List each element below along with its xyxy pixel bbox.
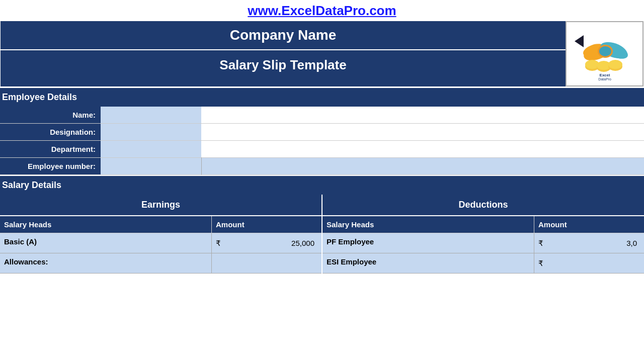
earnings-row-2: Allowances: (0, 253, 321, 274)
deductions-head-1: PF Employee (323, 233, 534, 253)
header-section: Company Name Salary Slip Template (0, 21, 644, 87)
salary-details-header: Salary Details (0, 175, 644, 195)
earnings-head-1: Basic (A) (0, 233, 212, 253)
name-label: Name: (0, 107, 101, 124)
department-label: Department: (0, 141, 101, 158)
earnings-sub-heads-label: Salary Heads (0, 216, 212, 233)
logo-icon: Excel DataPro (570, 26, 640, 81)
earnings-amount-2 (212, 253, 321, 273)
deductions-currency-1: ₹ (538, 239, 543, 248)
earnings-amount-1: ₹ 25,000 (212, 233, 321, 253)
deductions-row-1: PF Employee ₹ 3,0 (323, 233, 644, 253)
page-wrapper: www.ExcelDataPro.com Company Name Salary… (0, 0, 644, 274)
earnings-sub-header: Salary Heads Amount (0, 216, 321, 233)
deductions-sub-header: Salary Heads Amount (323, 216, 644, 233)
earnings-row-1: Basic (A) ₹ 25,000 (0, 233, 321, 253)
document-title: Salary Slip Template (1, 50, 566, 80)
logo-box: Excel DataPro (566, 21, 643, 86)
designation-value[interactable] (101, 124, 201, 141)
department-row: Department: (0, 141, 644, 158)
deductions-col-header: Deductions (323, 195, 644, 216)
employee-number-value-wide[interactable] (201, 158, 644, 175)
deductions-sub-heads-label: Salary Heads (323, 216, 534, 233)
deductions-head-2: ESI Employee (323, 253, 534, 273)
salary-columns: Earnings Salary Heads Amount Basic (A) ₹… (0, 195, 644, 274)
deductions-column: Deductions Salary Heads Amount PF Employ… (323, 195, 644, 274)
name-row: Name: (0, 107, 644, 124)
company-name: Company Name (1, 21, 566, 50)
earnings-sub-amount-label: Amount (212, 216, 321, 233)
svg-text:DataPro: DataPro (598, 77, 611, 81)
deductions-sub-amount-label: Amount (534, 216, 644, 233)
svg-point-6 (599, 46, 611, 56)
employee-number-row: Employee number: (0, 158, 644, 175)
deductions-amount-1: ₹ 3,0 (534, 233, 644, 253)
name-value[interactable] (101, 107, 201, 124)
deductions-row-2: ESI Employee ₹ (323, 253, 644, 274)
deductions-value-1: 3,0 (626, 239, 640, 247)
earnings-column: Earnings Salary Heads Amount Basic (A) ₹… (0, 195, 323, 274)
header-left: Company Name Salary Slip Template (1, 21, 566, 86)
employee-number-value-narrow[interactable] (101, 158, 201, 175)
svg-point-12 (608, 60, 622, 69)
url-bar: www.ExcelDataPro.com (0, 0, 644, 21)
employee-details-table: Name: Designation: Department: Employee … (0, 107, 644, 175)
earnings-currency-1: ₹ (216, 239, 221, 248)
deductions-currency-2: ₹ (538, 259, 543, 268)
deductions-amount-2: ₹ (534, 253, 644, 273)
earnings-head-2: Allowances: (0, 253, 212, 273)
designation-label: Designation: (0, 124, 101, 141)
employee-details-header: Employee Details (0, 87, 644, 107)
svg-text:Excel: Excel (599, 73, 610, 77)
site-url: www.ExcelDataPro.com (248, 3, 396, 18)
earnings-value-1: 25,000 (291, 239, 317, 247)
employee-number-label: Employee number: (0, 158, 101, 175)
earnings-col-header: Earnings (0, 195, 321, 216)
department-value[interactable] (101, 141, 201, 158)
designation-row: Designation: (0, 124, 644, 141)
